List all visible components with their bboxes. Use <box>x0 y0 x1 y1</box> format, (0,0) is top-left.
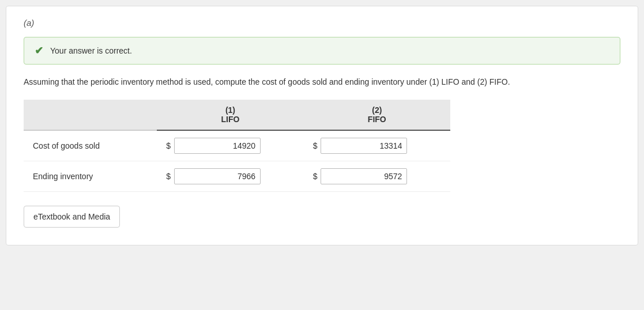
row-label-cogs: Cost of goods sold <box>24 130 157 161</box>
input-ending-fifo[interactable] <box>321 168 407 184</box>
correct-banner-text: Your answer is correct. <box>50 46 132 55</box>
section-label: (a) <box>24 18 620 28</box>
cell-ending-fifo: $ <box>304 161 450 192</box>
cell-cogs-fifo: $ <box>304 130 450 161</box>
input-cogs-lifo[interactable] <box>174 138 261 154</box>
dollar-sign-ending-lifo: $ <box>166 172 171 181</box>
dollar-sign-ending-fifo: $ <box>313 172 318 181</box>
table-header-fifo: (2) FIFO <box>304 100 450 130</box>
table-row: Ending inventory $ $ <box>24 161 450 192</box>
dollar-sign-cogs-fifo: $ <box>313 141 318 150</box>
checkmark-icon: ✔ <box>35 44 43 57</box>
input-ending-lifo[interactable] <box>174 168 261 184</box>
table-row: Cost of goods sold $ $ <box>24 130 450 161</box>
input-cogs-fifo[interactable] <box>321 138 407 154</box>
table-header-empty <box>24 100 157 130</box>
cell-ending-lifo: $ <box>157 161 303 192</box>
cell-cogs-lifo: $ <box>157 130 303 161</box>
inventory-table: (1) LIFO (2) FIFO Cost of goods sold $ <box>24 100 450 192</box>
table-header-lifo: (1) LIFO <box>157 100 303 130</box>
etextbook-media-button[interactable]: eTextbook and Media <box>24 206 120 228</box>
question-text: Assuming that the periodic inventory met… <box>24 76 620 88</box>
page-wrapper: (a) ✔ Your answer is correct. Assuming t… <box>6 6 638 245</box>
correct-banner: ✔ Your answer is correct. <box>24 37 620 65</box>
dollar-sign-cogs-lifo: $ <box>166 141 171 150</box>
row-label-ending-inventory: Ending inventory <box>24 161 157 192</box>
